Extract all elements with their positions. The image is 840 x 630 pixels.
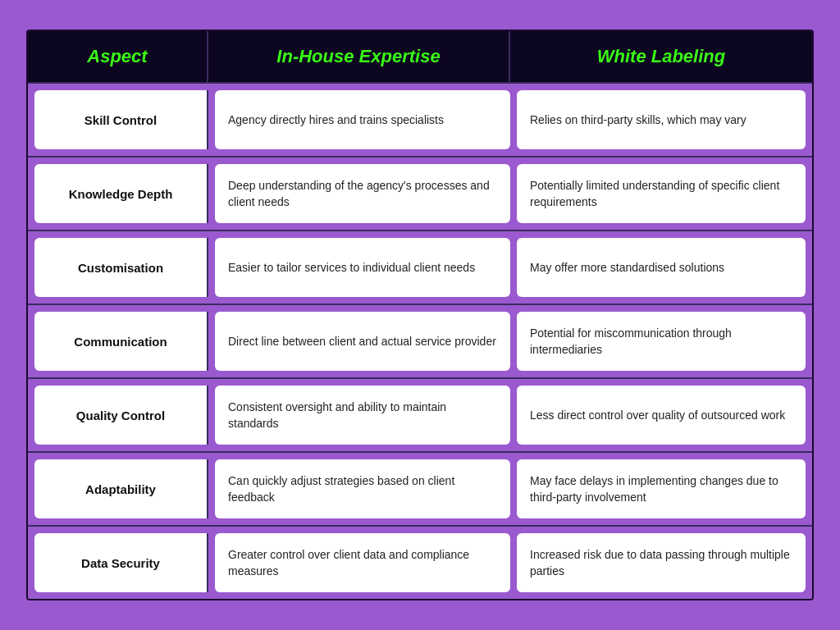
aspect-cell: Quality Control [34,386,208,445]
inhouse-cell: Greater control over client data and com… [215,533,510,592]
inhouse-text: Direct line between client and actual se… [228,333,496,349]
inhouse-cell: Consistent oversight and ability to main… [215,386,510,445]
aspect-label: Data Security [81,556,160,570]
aspect-cell: Data Security [34,533,208,592]
inhouse-text: Consistent oversight and ability to main… [228,399,497,432]
inhouse-text: Easier to tailor services to individual … [228,259,475,276]
whitelabel-text: Relies on third-party skills, which may … [530,112,746,128]
inhouse-cell: Agency directly hires and trains special… [215,90,510,149]
inhouse-text: Agency directly hires and trains special… [228,112,444,128]
aspect-label: Adaptability [85,482,156,496]
whitelabel-cell: Increased risk due to data passing throu… [517,533,806,592]
table-row: Skill Control Agency directly hires and … [28,82,812,156]
inhouse-cell: Direct line between client and actual se… [215,312,510,371]
whitelabel-cell: Relies on third-party skills, which may … [517,90,806,149]
aspect-label: Customisation [78,261,163,275]
table-row: Adaptability Can quickly adjust strategi… [28,451,812,525]
inhouse-text: Deep understanding of the agency's proce… [228,177,497,211]
aspect-cell: Adaptability [34,459,208,518]
whitelabel-cell: Less direct control over quality of outs… [517,386,806,445]
aspect-label: Skill Control [84,113,157,127]
aspect-cell: Skill Control [34,90,208,149]
whitelabel-cell: Potential for miscommunication through i… [517,312,806,371]
inhouse-text: Greater control over client data and com… [228,546,497,580]
aspect-cell: Customisation [34,238,208,297]
whitelabel-text: Less direct control over quality of outs… [530,407,785,423]
whitelabel-text: Potential for miscommunication through i… [530,325,792,358]
whitelabel-text: Increased risk due to data passing throu… [530,546,792,580]
table-row: Customisation Easier to tailor services … [28,230,812,304]
header-inhouse: In-House Expertise [208,31,510,82]
aspect-label: Communication [74,335,167,349]
inhouse-cell: Deep understanding of the agency's proce… [215,164,510,223]
table-body: Skill Control Agency directly hires and … [28,82,812,599]
header-aspect: Aspect [28,31,208,82]
whitelabel-cell: Potentially limited understanding of spe… [517,164,806,223]
table-row: Data Security Greater control over clien… [28,525,812,599]
table-header: Aspect In-House Expertise White Labeling [28,31,812,82]
whitelabel-text: Potentially limited understanding of spe… [530,177,792,211]
whitelabel-text: May face delays in implementing changes … [530,472,792,506]
header-whitelabel: White Labeling [510,31,812,82]
aspect-cell: Communication [34,312,208,371]
inhouse-cell: Can quickly adjust strategies based on c… [215,459,510,518]
aspect-label: Quality Control [76,409,165,422]
aspect-cell: Knowledge Depth [34,164,208,223]
comparison-table: Aspect In-House Expertise White Labeling… [26,30,814,600]
whitelabel-cell: May face delays in implementing changes … [517,459,806,518]
aspect-label: Knowledge Depth [69,187,173,201]
table-row: Knowledge Depth Deep understanding of th… [28,156,812,230]
table-row: Communication Direct line between client… [28,304,812,377]
inhouse-cell: Easier to tailor services to individual … [215,238,510,297]
table-row: Quality Control Consistent oversight and… [28,377,812,451]
inhouse-text: Can quickly adjust strategies based on c… [228,472,497,506]
whitelabel-cell: May offer more standardised solutions [517,238,806,297]
whitelabel-text: May offer more standardised solutions [530,259,724,276]
